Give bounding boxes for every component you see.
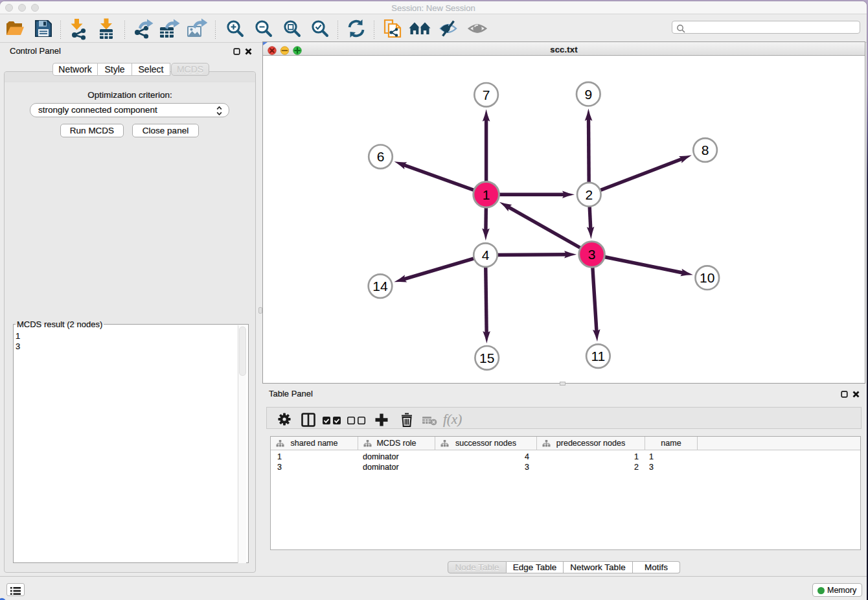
svg-text:6: 6: [377, 149, 385, 164]
svg-text:8: 8: [702, 143, 709, 157]
svg-text:9: 9: [584, 87, 592, 102]
svg-text:11: 11: [591, 349, 605, 363]
svg-text:7: 7: [483, 87, 490, 102]
svg-text:10: 10: [700, 270, 714, 285]
svg-text:15: 15: [479, 351, 494, 365]
svg-text:1: 1: [483, 187, 490, 202]
svg-text:4: 4: [482, 248, 490, 262]
svg-text:3: 3: [588, 247, 596, 262]
svg-text:14: 14: [372, 279, 388, 294]
svg-text:2: 2: [585, 187, 593, 202]
